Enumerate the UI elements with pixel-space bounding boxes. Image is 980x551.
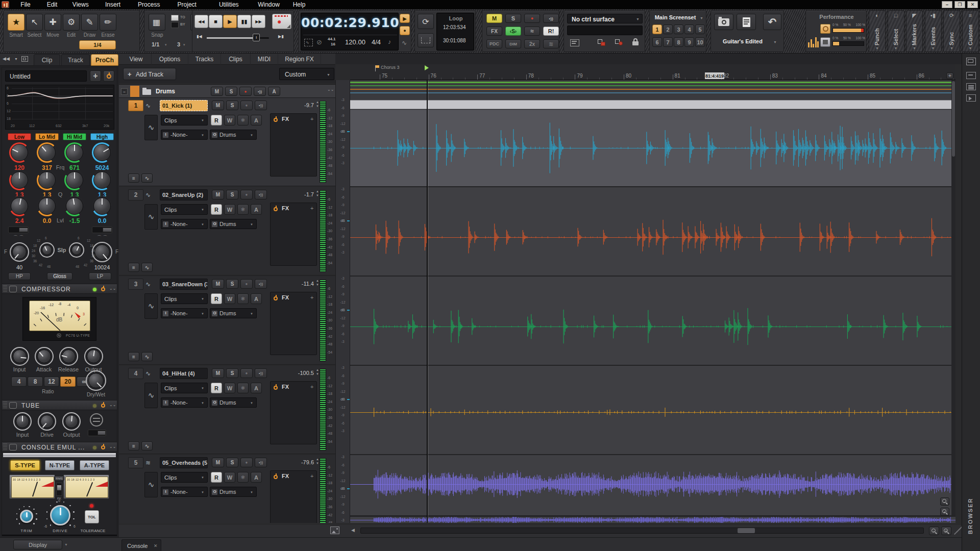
- folder-mute-button[interactable]: M: [211, 87, 223, 96]
- output-dropdown[interactable]: ODrums▼: [210, 130, 257, 140]
- record-button[interactable]: ●: [272, 14, 291, 29]
- eq-gain-knob-1[interactable]: [37, 196, 57, 216]
- screenset-8-button[interactable]: 8: [674, 37, 683, 47]
- preset-field[interactable]: Untitled: [5, 70, 87, 82]
- menu-item-file[interactable]: File: [13, 0, 38, 9]
- input-echo-button[interactable]: •)): [543, 14, 559, 23]
- track-solo-button[interactable]: S: [226, 190, 238, 199]
- automation-write-button[interactable]: W: [224, 383, 235, 393]
- tab-proch[interactable]: ProCh: [91, 54, 118, 66]
- lp-slope-knob[interactable]: [69, 242, 84, 258]
- hp-slope-knob[interactable]: [39, 242, 55, 258]
- fx-global-button[interactable]: FX: [486, 27, 502, 36]
- menu-item-insert[interactable]: Insert: [97, 0, 129, 9]
- now-time-box[interactable]: 81:4:419: [705, 72, 724, 79]
- track-arm-button[interactable]: ●: [240, 190, 253, 199]
- tube-output-knob[interactable]: [62, 412, 81, 431]
- input-dropdown[interactable]: I-None-▼: [161, 219, 208, 229]
- docked-expand-icon[interactable]: ▼: [888, 46, 904, 50]
- fx-add-icon[interactable]: +: [310, 473, 313, 479]
- dock-collapse-button[interactable]: [966, 72, 976, 79]
- eq-shelf-toggle-0[interactable]: [8, 227, 29, 233]
- track-echo-button[interactable]: •)): [255, 458, 267, 467]
- volume-spin-down-icon[interactable]: ▼: [316, 372, 319, 375]
- tube-toggle[interactable]: [88, 430, 106, 436]
- track-echo-button[interactable]: •)): [255, 190, 267, 199]
- compressor-input-knob[interactable]: [10, 347, 29, 366]
- track-solo-button[interactable]: S: [226, 101, 238, 110]
- track-mute-button[interactable]: M: [212, 458, 224, 467]
- freeze-button[interactable]: ✱: [237, 293, 249, 304]
- freeze-button[interactable]: ✱: [237, 204, 249, 215]
- waveform-canvas-6[interactable]: [350, 517, 955, 523]
- audio-clip-lane-3[interactable]: [350, 277, 955, 365]
- eq-q-knob-3[interactable]: [92, 170, 112, 190]
- screenset-chevron-icon[interactable]: ▼: [700, 16, 703, 20]
- eq-q-knob-1[interactable]: [37, 170, 57, 190]
- menu-item-project[interactable]: Project: [169, 0, 205, 9]
- position-slider-handle[interactable]: I: [253, 34, 260, 41]
- zoom-in-vertical-button[interactable]: +: [940, 508, 949, 516]
- folder-solo-button[interactable]: S: [225, 87, 237, 96]
- output-dropdown[interactable]: ODrums▼: [210, 308, 257, 318]
- track-strip-4[interactable]: 4∿04_HiHat (4)MS●•))-100.5▲▼∿Clips▼RW✱AF…: [119, 366, 335, 454]
- eq-band-label-0[interactable]: Low: [8, 133, 31, 140]
- fx-add-icon[interactable]: +: [310, 294, 313, 300]
- console-tab-close-icon[interactable]: ✕: [154, 543, 158, 548]
- menu-item-process[interactable]: Process: [131, 0, 167, 9]
- tool-erase-button[interactable]: ✏: [100, 14, 116, 31]
- track-volume-value[interactable]: -11.4: [285, 281, 314, 287]
- open-red-icon-2[interactable]: [615, 39, 623, 46]
- audio-clip-lane-5[interactable]: [350, 455, 955, 515]
- screenset-6-button[interactable]: 6: [652, 37, 662, 47]
- section-collapse-icon[interactable]: ⌄⌄: [109, 444, 116, 449]
- tool-move-button[interactable]: ✚: [44, 14, 61, 31]
- forward-button[interactable]: ▶▶: [252, 15, 265, 28]
- skip-end-icon[interactable]: ▶▮: [278, 34, 284, 39]
- automation-a-button[interactable]: A: [251, 383, 262, 393]
- waveform-canvas-2[interactable]: [350, 187, 955, 276]
- dock-menu-button[interactable]: [966, 83, 976, 90]
- fx-add-icon[interactable]: +: [310, 205, 313, 211]
- track-solo-button[interactable]: S: [226, 368, 238, 378]
- automation-a-button[interactable]: A: [251, 204, 262, 215]
- screenset-1-button[interactable]: 1: [652, 24, 662, 34]
- automation-write-button[interactable]: W: [224, 472, 235, 483]
- eq-freq-knob-0[interactable]: [9, 142, 30, 163]
- play-button[interactable]: ▶: [223, 15, 237, 28]
- trackview-menu-tracks[interactable]: Tracks: [188, 54, 221, 65]
- waveform-canvas-5[interactable]: [350, 455, 955, 515]
- snapshot-button[interactable]: [714, 14, 733, 30]
- snap-grid-button[interactable]: ▦: [149, 14, 165, 31]
- output-dropdown[interactable]: ODrums▼: [210, 397, 257, 408]
- dock-icon[interactable]: [21, 56, 28, 62]
- compressor-attack-knob[interactable]: [35, 347, 54, 366]
- lock-icon[interactable]: [632, 38, 639, 46]
- volume-spin-down-icon[interactable]: ▼: [316, 105, 319, 108]
- track-mute-button[interactable]: M: [212, 368, 224, 378]
- zoom-out-horizontal-button[interactable]: −: [929, 527, 939, 535]
- track-name-field[interactable]: 05_Overheads (5: [160, 457, 208, 468]
- console-type-n-type[interactable]: N-TYPE: [45, 460, 75, 470]
- screenset-7-button[interactable]: 7: [663, 37, 673, 47]
- solo-dim-button[interactable]: ‹S›: [505, 27, 521, 36]
- drive-knob[interactable]: [50, 505, 70, 525]
- time-display[interactable]: 00:02:29.910: [301, 15, 399, 32]
- notes-button[interactable]: [737, 14, 756, 30]
- track-name-field[interactable]: 04_HiHat (4): [160, 368, 208, 379]
- docked-module-markers[interactable]: ◤Markers▼: [906, 10, 923, 52]
- docked-expand-icon[interactable]: ▼: [925, 46, 941, 50]
- input-dropdown[interactable]: I-None-▼: [161, 397, 208, 408]
- folder-composite-clip[interactable]: [350, 100, 955, 109]
- waveform-canvas-3[interactable]: [350, 277, 955, 365]
- audio-clip-lane-2[interactable]: [350, 187, 955, 276]
- menu-item-help[interactable]: Help: [287, 0, 311, 9]
- ratio-4-button[interactable]: 20: [60, 377, 76, 387]
- track-volume-value[interactable]: -79.6: [285, 459, 314, 465]
- loop-marquee-button[interactable]: [418, 33, 434, 47]
- track-name-field[interactable]: 02_SnareUp (2): [160, 189, 208, 201]
- waveform-canvas-4[interactable]: [350, 366, 955, 454]
- layers-button[interactable]: ≡: [128, 173, 139, 183]
- eq-band-label-3[interactable]: High: [90, 133, 114, 140]
- console-type-a-type[interactable]: A-TYPE: [80, 460, 109, 470]
